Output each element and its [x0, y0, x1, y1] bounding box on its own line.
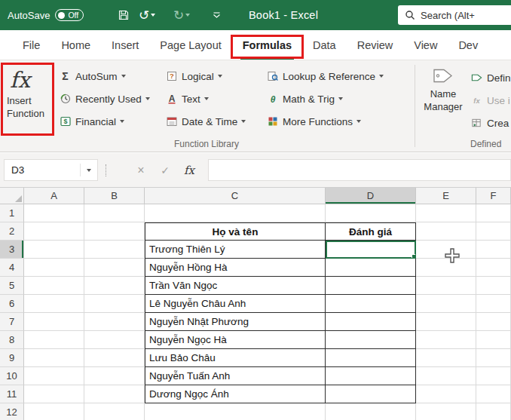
cell-C5[interactable]: Trần Văn Ngọc [145, 277, 326, 295]
customize-toolbar-button[interactable] [213, 0, 221, 30]
column-header-D[interactable]: D [326, 188, 416, 204]
cell-B8[interactable] [84, 331, 145, 349]
cell-B11[interactable] [84, 385, 145, 403]
cell-D11[interactable] [326, 385, 416, 403]
row-header-4[interactable]: 4 [0, 259, 24, 277]
cell-F4[interactable] [476, 259, 511, 277]
cell-B4[interactable] [84, 259, 145, 277]
cell-F10[interactable] [476, 367, 511, 385]
cell-D7[interactable] [326, 313, 416, 331]
cell-B6[interactable] [84, 295, 145, 313]
name-manager-button[interactable]: Name Manager [419, 65, 467, 113]
cell-B12[interactable] [84, 403, 145, 420]
tab-home[interactable]: Home [50, 30, 101, 60]
cell-B2[interactable] [84, 222, 145, 241]
cell-D8[interactable] [326, 331, 416, 349]
name-box-dropdown-icon[interactable] [87, 169, 91, 172]
row-header-7[interactable]: 7 [0, 313, 24, 331]
math-trig-button[interactable]: θ Math & Trig [266, 87, 384, 110]
cell-D2[interactable]: Đánh giá [326, 222, 416, 241]
cell-A2[interactable] [24, 222, 84, 241]
cell-A5[interactable] [24, 277, 84, 295]
search-box[interactable]: Search (Alt+ [398, 5, 511, 25]
autosum-button[interactable]: Σ AutoSum [59, 65, 150, 87]
cell-C3[interactable]: Trương Thiên Lý [145, 241, 326, 259]
cell-C8[interactable]: Nguyễn Ngọc Hà [145, 331, 326, 349]
autosave-toggle[interactable]: AutoSave Off [8, 0, 84, 30]
cell-E1[interactable] [416, 204, 476, 222]
cell-C12[interactable] [145, 403, 326, 420]
column-header-C[interactable]: C [145, 188, 326, 204]
cell-B1[interactable] [84, 204, 145, 222]
tab-insert[interactable]: Insert [101, 30, 149, 60]
cell-C11[interactable]: Dương Ngọc Ánh [145, 385, 326, 403]
cell-E6[interactable] [416, 295, 476, 313]
cell-A7[interactable] [24, 313, 84, 331]
cell-E8[interactable] [416, 331, 476, 349]
cell-E2[interactable] [416, 222, 476, 241]
cell-A9[interactable] [24, 349, 84, 367]
insert-function-button[interactable]: fx Insert Function [4, 65, 52, 133]
define-name-button[interactable]: Defin [470, 66, 511, 89]
date-time-button[interactable]: Date & Time [165, 110, 246, 133]
lookup-reference-button[interactable]: Lookup & Reference [266, 65, 384, 87]
row-header-2[interactable]: 2 [0, 222, 24, 241]
cell-D6[interactable] [326, 295, 416, 313]
tab-review[interactable]: Review [347, 30, 404, 60]
formula-bar-grip[interactable] [106, 164, 107, 176]
cell-D12[interactable] [326, 403, 416, 420]
tab-page-layout[interactable]: Page Layout [149, 30, 231, 60]
cell-D5[interactable] [326, 277, 416, 295]
undo-button[interactable]: ↺ [139, 0, 155, 30]
text-button[interactable]: A Text [165, 87, 246, 110]
tab-formulas[interactable]: Formulas [232, 30, 302, 60]
cell-F9[interactable] [476, 349, 511, 367]
cell-E11[interactable] [416, 385, 476, 403]
cell-C10[interactable]: Nguyễn Tuấn Anh [145, 367, 326, 385]
cell-A6[interactable] [24, 295, 84, 313]
column-header-B[interactable]: B [84, 188, 145, 204]
cell-C9[interactable]: Lưu Bảo Châu [145, 349, 326, 367]
cell-F12[interactable] [476, 403, 511, 420]
cell-F1[interactable] [476, 204, 511, 222]
cell-F7[interactable] [476, 313, 511, 331]
row-header-9[interactable]: 9 [0, 349, 24, 367]
cell-C7[interactable]: Nguyễn Nhật Phương [145, 313, 326, 331]
cell-B10[interactable] [84, 367, 145, 385]
select-all-corner[interactable] [0, 188, 24, 204]
row-header-10[interactable]: 10 [0, 367, 24, 385]
create-from-selection-button[interactable]: Crea [470, 112, 511, 134]
cell-F5[interactable] [476, 277, 511, 295]
cell-B5[interactable] [84, 277, 145, 295]
row-header-6[interactable]: 6 [0, 295, 24, 313]
cell-D3[interactable] [326, 241, 416, 259]
column-header-E[interactable]: E [416, 188, 476, 204]
cell-D1[interactable] [326, 204, 416, 222]
insert-function-fx-button[interactable]: fx [179, 159, 199, 181]
recently-used-button[interactable]: Recently Used [59, 87, 150, 110]
cell-F11[interactable] [476, 385, 511, 403]
column-header-A[interactable]: A [24, 188, 84, 204]
row-header-12[interactable]: 12 [0, 403, 24, 420]
row-header-1[interactable]: 1 [0, 204, 24, 222]
tab-data[interactable]: Data [302, 30, 347, 60]
name-box[interactable]: D3 [4, 159, 98, 181]
cell-E10[interactable] [416, 367, 476, 385]
cell-D4[interactable] [326, 259, 416, 277]
cell-A12[interactable] [24, 403, 84, 420]
formula-input[interactable] [208, 159, 511, 181]
cell-A1[interactable] [24, 204, 84, 222]
cell-A11[interactable] [24, 385, 84, 403]
financial-button[interactable]: $ Financial [59, 110, 150, 133]
cell-E9[interactable] [416, 349, 476, 367]
use-in-formula-button[interactable]: fx Use i [470, 89, 511, 112]
redo-button[interactable]: ↻ [173, 0, 190, 30]
cell-A10[interactable] [24, 367, 84, 385]
cell-B3[interactable] [84, 241, 145, 259]
cell-D10[interactable] [326, 367, 416, 385]
cell-B9[interactable] [84, 349, 145, 367]
tab-developer[interactable]: Dev [448, 30, 488, 60]
cell-F2[interactable] [476, 222, 511, 241]
cell-E4[interactable] [416, 259, 476, 277]
cell-D9[interactable] [326, 349, 416, 367]
